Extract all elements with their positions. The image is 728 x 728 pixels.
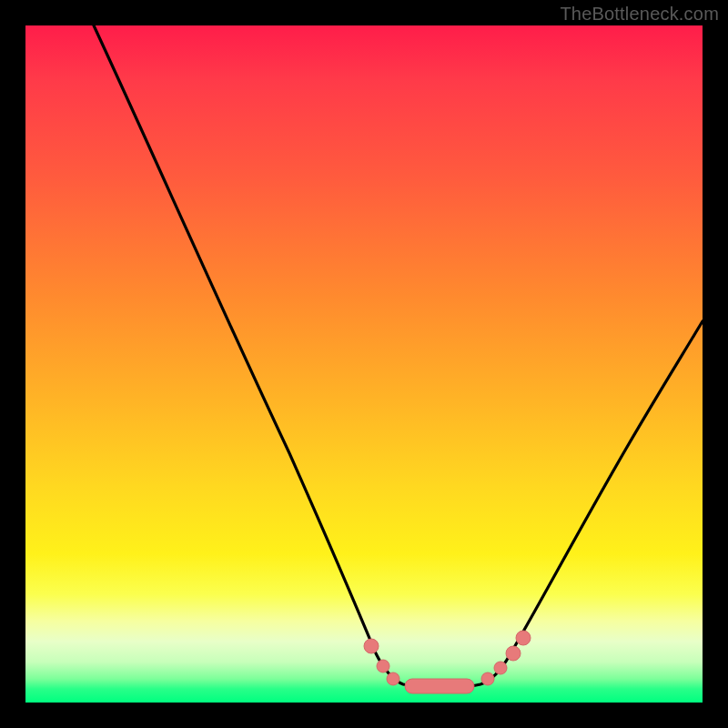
marker-dot bbox=[516, 631, 531, 645]
marker-dot bbox=[377, 660, 389, 672]
watermark-text: TheBottleneck.com bbox=[560, 4, 719, 25]
marker-pill bbox=[405, 679, 474, 693]
marker-dot bbox=[506, 646, 521, 661]
marker-dot bbox=[387, 672, 399, 685]
marker-dot bbox=[481, 672, 494, 685]
outer-frame: TheBottleneck.com bbox=[0, 0, 728, 728]
bottleneck-curve bbox=[94, 25, 703, 689]
curve-layer bbox=[25, 25, 703, 703]
marker-dot bbox=[364, 639, 379, 653]
marker-dot bbox=[494, 662, 507, 674]
